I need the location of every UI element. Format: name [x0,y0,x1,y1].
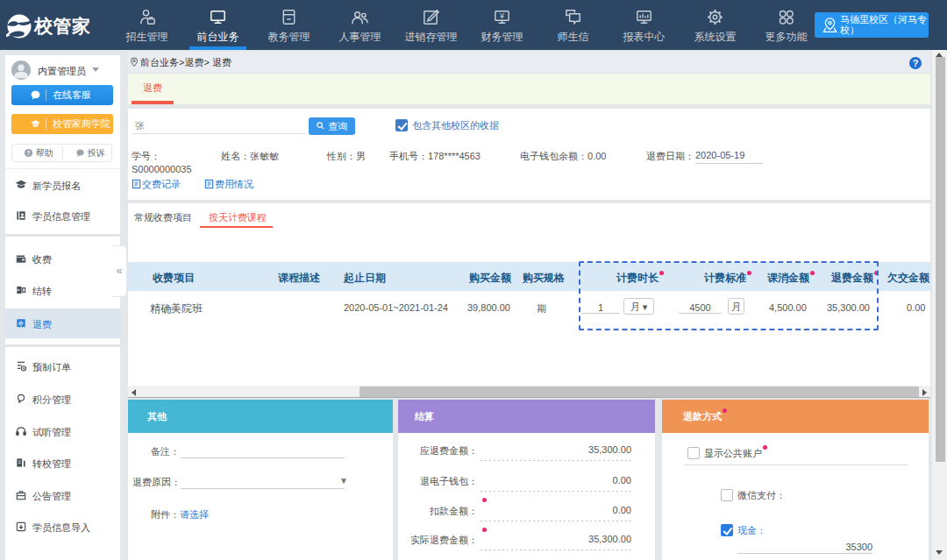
svg-text:?: ? [27,150,31,156]
svg-text:¥: ¥ [499,11,505,20]
